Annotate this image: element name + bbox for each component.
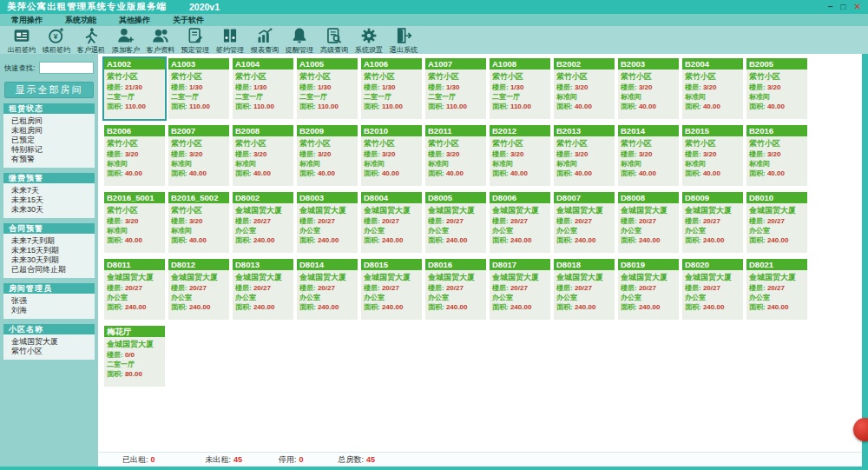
sidebar-item[interactable]: 已预定 xyxy=(11,136,95,145)
room-card[interactable]: B2006紫竹小区楼层: 3/20标准间面积: 40.00 xyxy=(104,125,165,186)
menu-item[interactable]: 其他操作 xyxy=(119,15,150,26)
room-card[interactable]: A1002紫竹小区楼层: 21/30二室一厅面积: 110.00 xyxy=(104,58,165,119)
room-card[interactable]: D8016金城国贸大厦楼层: 20/27办公室面积: 240.00 xyxy=(425,259,486,320)
sidebar-item[interactable]: 未来30天到期 xyxy=(11,255,95,265)
report-query-button[interactable]: 报表查询 xyxy=(247,26,282,56)
room-card[interactable]: D8013金城国贸大厦楼层: 20/27办公室面积: 240.00 xyxy=(233,259,293,320)
room-card[interactable]: D8003金城国贸大厦楼层: 20/27办公室面积: 240.00 xyxy=(297,192,358,253)
room-area: 面积: 240.00 xyxy=(171,302,227,312)
close-button[interactable]: ✕ xyxy=(854,1,861,13)
room-card[interactable]: B2002紫竹小区楼层: 3/20标准间面积: 40.00 xyxy=(554,58,615,119)
room-card[interactable]: D8021金城国贸大厦楼层: 20/27办公室面积: 240.00 xyxy=(746,259,807,320)
room-card[interactable]: A1004紫竹小区楼层: 1/30二室一厅面积: 110.00 xyxy=(233,58,293,119)
room-type: 标准间 xyxy=(685,92,741,102)
room-card[interactable]: D8020金城国贸大厦楼层: 20/27办公室面积: 240.00 xyxy=(682,259,743,320)
room-card[interactable]: D8006金城国贸大厦楼层: 20/27办公室面积: 240.00 xyxy=(490,192,550,253)
room-card[interactable]: B2016紫竹小区楼层: 3/20标准间面积: 40.00 xyxy=(746,125,807,186)
room-grid-row: D8011金城国贸大厦楼层: 20/27办公室面积: 240.00D8012金城… xyxy=(104,259,862,320)
sidebar-item[interactable]: 未来7天到期 xyxy=(11,236,95,246)
sidebar-item[interactable]: 未来15天 xyxy=(11,195,95,205)
room-card-body: 紫竹小区楼层: 3/20标准间面积: 40.00 xyxy=(682,136,743,186)
room-area: 面积: 240.00 xyxy=(685,302,741,312)
reminder-bell-button[interactable]: 提醒管理 xyxy=(282,26,317,56)
room-card[interactable]: D8004金城国贸大厦楼层: 20/27办公室面积: 240.00 xyxy=(361,192,422,253)
menu-item[interactable]: 关于软件 xyxy=(173,15,204,26)
room-card[interactable]: A1008紫竹小区楼层: 1/30二室一厅面积: 110.00 xyxy=(490,58,550,119)
room-card[interactable]: D8015金城国贸大厦楼层: 20/27办公室面积: 240.00 xyxy=(361,259,422,320)
sidebar-item[interactable]: 紫竹小区 xyxy=(11,347,95,356)
sidebar-item[interactable]: 已租房间 xyxy=(11,116,95,126)
room-card[interactable]: D8014金城国贸大厦楼层: 20/27办公室面积: 240.00 xyxy=(297,259,358,320)
contract-manage-button[interactable]: 签约管理 xyxy=(213,26,247,56)
lease-sign-button[interactable]: 出租签约 xyxy=(4,26,39,56)
customer-checkout-button[interactable]: 客户退租 xyxy=(74,26,108,56)
room-community: 紫竹小区 xyxy=(107,205,163,216)
sidebar-item[interactable]: 金城国贸大厦 xyxy=(11,337,95,347)
room-type: 办公室 xyxy=(685,226,741,235)
menu-item[interactable]: 系统功能 xyxy=(65,15,96,26)
report-query-icon xyxy=(256,27,273,44)
room-card[interactable]: D8019金城国贸大厦楼层: 20/27办公室面积: 240.00 xyxy=(618,259,679,320)
sidebar-item[interactable]: 刘海 xyxy=(11,306,95,315)
room-card[interactable]: A1006紫竹小区楼层: 1/30二室一厅面积: 110.00 xyxy=(361,58,422,119)
room-area: 面积: 40.00 xyxy=(556,102,613,111)
room-card[interactable]: B2004紫竹小区楼层: 3/20标准间面积: 40.00 xyxy=(682,58,743,119)
room-card[interactable]: B2016_5002紫竹小区楼层: 3/20标准间面积: 40.00 xyxy=(168,192,229,253)
room-area: 面积: 40.00 xyxy=(685,102,741,111)
room-card[interactable]: A1003紫竹小区楼层: 1/30二室一厅面积: 110.00 xyxy=(168,58,229,119)
room-card[interactable]: 梅花厅金城国贸大厦楼层: 0/0二室一厅面积: 80.00 xyxy=(104,326,165,387)
sidebar-item[interactable]: 已超合同终止期 xyxy=(11,265,95,275)
room-card[interactable]: B2010紫竹小区楼层: 3/20标准间面积: 40.00 xyxy=(361,125,422,186)
room-card[interactable]: B2012紫竹小区楼层: 3/20标准间面积: 40.00 xyxy=(490,125,550,186)
room-card[interactable]: D8010金城国贸大厦楼层: 20/27办公室面积: 240.00 xyxy=(746,192,807,253)
room-number: D8013 xyxy=(233,259,293,270)
advanced-query-button[interactable]: 高级查询 xyxy=(317,26,352,56)
show-all-rooms-button[interactable]: 显示全部房间 xyxy=(4,82,94,98)
room-card[interactable]: D8007金城国贸大厦楼层: 20/27办公室面积: 240.00 xyxy=(554,192,615,253)
sidebar-item[interactable]: 未来15天到期 xyxy=(11,246,95,255)
room-card[interactable]: B2003紫竹小区楼层: 3/20标准间面积: 40.00 xyxy=(618,58,679,119)
room-card[interactable]: D8002金城国贸大厦楼层: 20/27办公室面积: 240.00 xyxy=(233,192,293,253)
room-card[interactable]: B2005紫竹小区楼层: 3/20标准间面积: 40.00 xyxy=(746,58,807,119)
booking-manage-button[interactable]: 预定管理 xyxy=(178,26,213,56)
room-card[interactable]: B2013紫竹小区楼层: 3/20标准间面积: 40.00 xyxy=(554,125,615,186)
room-card[interactable]: D8012金城国贸大厦楼层: 20/27办公室面积: 240.00 xyxy=(168,259,229,320)
room-card[interactable]: D8008金城国贸大厦楼层: 20/27办公室面积: 240.00 xyxy=(618,192,679,253)
room-card[interactable]: B2011紫竹小区楼层: 3/20标准间面积: 40.00 xyxy=(425,125,486,186)
customer-info-button[interactable]: 客户资料 xyxy=(143,26,178,56)
room-card[interactable]: D8009金城国贸大厦楼层: 20/27办公室面积: 240.00 xyxy=(682,192,743,253)
renew-lease-button[interactable]: ¥续租签约 xyxy=(39,26,74,56)
room-area: 面积: 240.00 xyxy=(428,235,484,245)
room-card[interactable]: A1005紫竹小区楼层: 1/30二室一厅面积: 110.00 xyxy=(297,58,358,119)
room-card[interactable]: D8011金城国贸大厦楼层: 20/27办公室面积: 240.00 xyxy=(104,259,165,320)
maximize-button[interactable]: □ xyxy=(841,1,846,13)
room-card[interactable]: D8005金城国贸大厦楼层: 20/27办公室面积: 240.00 xyxy=(425,192,486,253)
sidebar-item[interactable]: 张强 xyxy=(11,296,95,306)
sidebar-item[interactable]: 特别标记 xyxy=(11,145,95,155)
menu-item[interactable]: 常用操作 xyxy=(11,15,43,26)
room-card[interactable]: B2007紫竹小区楼层: 3/20标准间面积: 40.00 xyxy=(168,125,229,186)
sidebar-item[interactable]: 有预警 xyxy=(11,155,95,164)
room-card[interactable]: B2014紫竹小区楼层: 3/20标准间面积: 40.00 xyxy=(618,125,679,186)
add-customer-button[interactable]: 添加客户 xyxy=(108,26,143,56)
room-card[interactable]: D8018金城国贸大厦楼层: 20/27办公室面积: 240.00 xyxy=(554,259,615,320)
sidebar-item[interactable]: 未租房间 xyxy=(11,126,95,136)
room-card[interactable]: B2009紫竹小区楼层: 3/20标准间面积: 40.00 xyxy=(297,125,358,186)
room-card[interactable]: B2015紫竹小区楼层: 3/20标准间面积: 40.00 xyxy=(682,125,743,186)
quick-search-input[interactable] xyxy=(39,62,94,74)
system-settings-button[interactable]: 系统设置 xyxy=(352,26,386,56)
room-grid-row: A1002紫竹小区楼层: 21/30二室一厅面积: 110.00A1003紫竹小… xyxy=(104,58,862,119)
room-card[interactable]: A1007紫竹小区楼层: 1/30二室一厅面积: 110.00 xyxy=(425,58,486,119)
room-area: 面积: 40.00 xyxy=(107,235,163,245)
room-card[interactable]: B2008紫竹小区楼层: 3/20标准间面积: 40.00 xyxy=(233,125,293,186)
quick-search-row: 快速查找: xyxy=(0,62,98,74)
room-card-body: 紫竹小区楼层: 3/20标准间面积: 40.00 xyxy=(618,136,679,186)
room-card[interactable]: B2016_5001紫竹小区楼层: 3/20标准间面积: 40.00 xyxy=(104,192,165,253)
sidebar-item[interactable]: 未来30天 xyxy=(11,205,95,215)
room-community: 紫竹小区 xyxy=(685,138,741,149)
sidebar-item[interactable]: 未来7天 xyxy=(11,186,95,195)
room-card[interactable]: D8017金城国贸大厦楼层: 20/27办公室面积: 240.00 xyxy=(490,259,550,320)
minimize-button[interactable]: – xyxy=(828,1,833,13)
exit-system-button[interactable]: 退出系统 xyxy=(386,26,421,56)
room-area: 面积: 240.00 xyxy=(364,302,420,312)
